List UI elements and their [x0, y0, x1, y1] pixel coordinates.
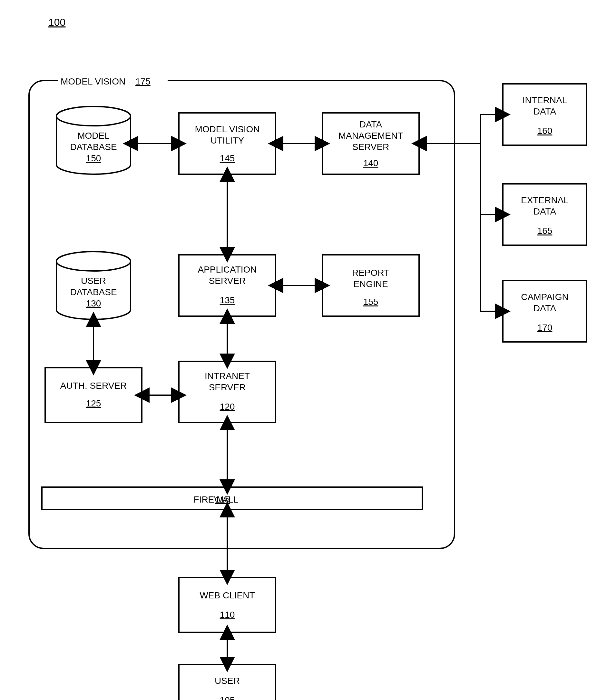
- internal-data-label-1: INTERNAL: [523, 95, 567, 105]
- intranet-label-1: INTRANET: [205, 371, 250, 381]
- report-engine-node: REPORT ENGINE 155: [322, 255, 419, 316]
- model-database-ref: 150: [86, 153, 101, 163]
- auth-server-node: AUTH. SERVER 125: [45, 368, 142, 423]
- model-vision-utility-node: MODEL VISION UTILITY 145: [179, 113, 276, 174]
- svg-point-2: [57, 106, 130, 126]
- dms-label-2: MANAGEMENT: [338, 131, 403, 141]
- user-label: USER: [215, 676, 240, 686]
- connections: [93, 115, 503, 664]
- auth-server-label: AUTH. SERVER: [60, 381, 127, 391]
- dms-label-3: SERVER: [352, 142, 390, 152]
- dms-ref: 140: [363, 158, 378, 168]
- user-database-node: USERDATABASE 130: [57, 252, 130, 319]
- model-database-node: MODELDATABASE 150: [57, 106, 130, 174]
- group-ref: 175: [135, 77, 150, 86]
- web-client-label: WEB CLIENT: [200, 590, 255, 600]
- firewall-ref: 115: [215, 495, 230, 504]
- auth-server-ref: 125: [86, 398, 101, 408]
- external-data-node: EXTERNAL DATA 165: [503, 184, 587, 245]
- campaign-data-node: CAMPAIGN DATA 170: [503, 281, 587, 342]
- architecture-diagram: 100 MODEL VISION 175 MODELDATABASE 150 U…: [0, 0, 607, 700]
- model-vision-utility-ref: 145: [220, 153, 235, 163]
- user-node: USER 105: [179, 664, 276, 700]
- app-server-ref: 135: [220, 295, 235, 305]
- intranet-label-2: SERVER: [209, 382, 246, 392]
- external-data-ref: 165: [537, 226, 552, 236]
- firewall-node: FIREWALL 115: [42, 487, 422, 510]
- internal-data-node: INTERNAL DATA 160: [503, 84, 587, 145]
- model-vision-utility-label-2: UTILITY: [210, 136, 244, 145]
- dms-label-1: DATA: [359, 119, 382, 129]
- svg-point-4: [57, 252, 130, 271]
- model-vision-utility-label-1: MODEL VISION: [195, 124, 259, 134]
- figure-ref: 100: [48, 17, 65, 28]
- web-client-node: WEB CLIENT 110: [179, 577, 276, 632]
- web-client-ref: 110: [220, 610, 235, 620]
- svg-rect-9: [45, 368, 142, 423]
- data-mgmt-server-node: DATA MANAGEMENT SERVER 140: [322, 113, 419, 174]
- internal-data-label-2: DATA: [533, 106, 557, 117]
- internal-data-ref: 160: [537, 126, 552, 136]
- svg-rect-12: [179, 577, 276, 632]
- group-label: MODEL VISION: [61, 77, 125, 86]
- campaign-data-label-1: CAMPAIGN: [521, 292, 568, 302]
- campaign-data-ref: 170: [537, 323, 552, 333]
- external-data-label-2: DATA: [533, 206, 557, 217]
- app-server-label-2: SERVER: [209, 276, 246, 286]
- report-engine-label-2: ENGINE: [353, 279, 388, 289]
- external-data-label-1: EXTERNAL: [521, 195, 569, 205]
- report-engine-label-1: REPORT: [352, 268, 390, 278]
- report-engine-ref: 155: [363, 297, 378, 307]
- user-database-ref: 130: [86, 298, 101, 308]
- app-server-label-1: APPLICATION: [197, 264, 257, 275]
- application-server-node: APPLICATION SERVER 135: [179, 255, 276, 316]
- intranet-server-node: INTRANET SERVER 120: [179, 361, 276, 423]
- user-ref: 105: [220, 695, 235, 700]
- intranet-ref: 120: [220, 402, 235, 412]
- campaign-data-label-2: DATA: [533, 303, 557, 313]
